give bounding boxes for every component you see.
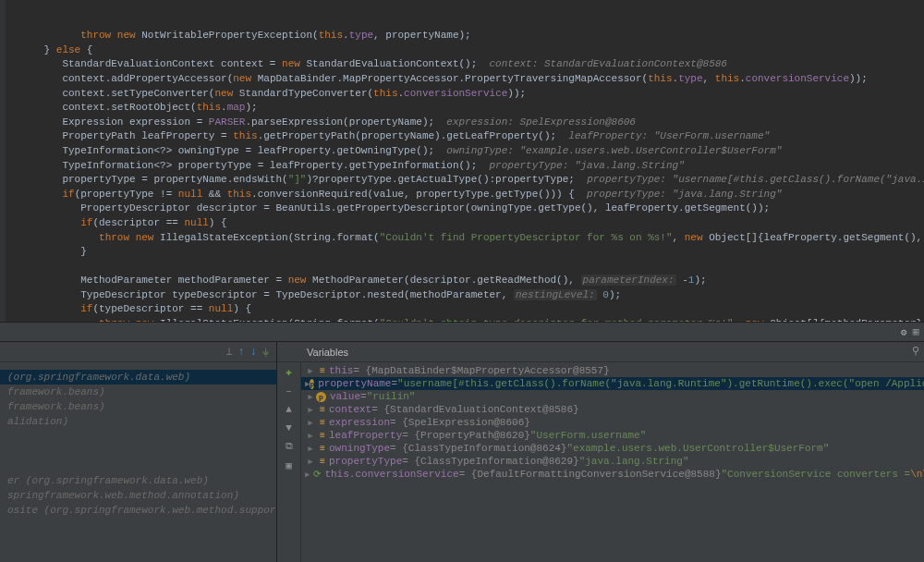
frame-row[interactable]: (org.springframework.data.web) <box>0 370 276 385</box>
variable-row[interactable]: ▶pvalue = "ruilin" <box>301 390 924 403</box>
expand-icon[interactable]: ▶ <box>305 444 316 454</box>
copy-icon[interactable]: ⧉ <box>286 441 293 452</box>
expand-icon[interactable]: ▶ <box>305 431 316 441</box>
variable-row[interactable]: ▶≡expression = {SpelExpression@8606} <box>301 416 924 429</box>
frames-panel[interactable]: ⟂ ↑ ↓ ⏚ (org.springframework.data.web) f… <box>0 342 277 562</box>
frame-row[interactable]: framework.beans) <box>0 385 276 399</box>
add-watch-icon[interactable]: ✚ <box>286 366 292 378</box>
up-icon[interactable]: ▲ <box>286 404 292 415</box>
param-icon: p <box>310 379 314 389</box>
next-frame-icon[interactable]: ↓ <box>250 346 257 359</box>
more-icon[interactable]: ▣ <box>286 459 292 471</box>
expand-icon[interactable]: ▶ <box>305 418 316 428</box>
expand-icon[interactable]: ▶ <box>305 366 316 376</box>
variable-row[interactable]: ▶⟳this.conversionService = {DefaultForma… <box>301 468 924 481</box>
frame-row[interactable]: alidation) <box>0 414 276 429</box>
gutter <box>0 0 6 322</box>
gear-icon[interactable]: ⚙ <box>901 326 907 338</box>
variables-header: Variables <box>277 342 924 362</box>
frame-row[interactable]: osite (org.springframework.web.method.su… <box>0 503 276 518</box>
code-editor[interactable]: throw new NotWritablePropertyException(t… <box>0 0 924 322</box>
right-rail: ▥ ⚲ <box>907 322 924 562</box>
expand-icon[interactable]: ▶ <box>305 405 316 415</box>
frames-toolbar: ⟂ ↑ ↓ ⏚ <box>0 342 276 362</box>
variable-row[interactable]: ▶≡leafProperty = {PropertyPath@8620} "Us… <box>301 429 924 442</box>
variable-row[interactable]: ▶≡propertyType = {ClassTypeInformation@8… <box>301 455 924 468</box>
prev-frame-icon[interactable]: ↑ <box>238 346 245 359</box>
remove-icon[interactable]: – <box>286 385 292 397</box>
variable-row[interactable]: ▶≡owningType = {ClassTypeInformation@862… <box>301 442 924 455</box>
variables-icon-column: ✚ – ▲ ▼ ⧉ ▣ <box>277 362 301 562</box>
param-icon: p <box>316 392 326 402</box>
variables-panel[interactable]: Variables ✚ – ▲ ▼ ⧉ ▣ ▶≡this = {MapDataB… <box>277 342 924 562</box>
variable-row[interactable]: ▶≡context = {StandardEvaluationContext@8… <box>301 403 924 416</box>
kw: throw new <box>80 30 141 41</box>
down-icon[interactable]: ▼ <box>286 422 292 434</box>
variable-row[interactable]: ▶≡this = {MapDataBinder$MapPropertyAcces… <box>301 364 924 377</box>
expand-icon[interactable]: ▶ <box>305 470 310 480</box>
filter-icon[interactable]: ⏚ <box>262 346 269 359</box>
hide-icon[interactable]: ⟂ <box>225 345 232 359</box>
debug-toolbar: ⚙ – <box>0 322 924 342</box>
frame-row[interactable]: framework.beans) <box>0 399 276 414</box>
expand-icon[interactable]: ▶ <box>305 392 316 402</box>
variable-row[interactable]: ▶ppropertyName = "username[#this.getClas… <box>301 377 924 390</box>
pin-icon[interactable]: ⚲ <box>912 345 919 357</box>
expand-icon[interactable]: ▶ <box>305 457 316 467</box>
restore-layout-icon[interactable]: ▥ <box>913 325 919 337</box>
frame-row[interactable]: er (org.springframework.data.web) <box>0 473 276 488</box>
frame-row[interactable]: springframework.web.method.annotation) <box>0 488 276 503</box>
